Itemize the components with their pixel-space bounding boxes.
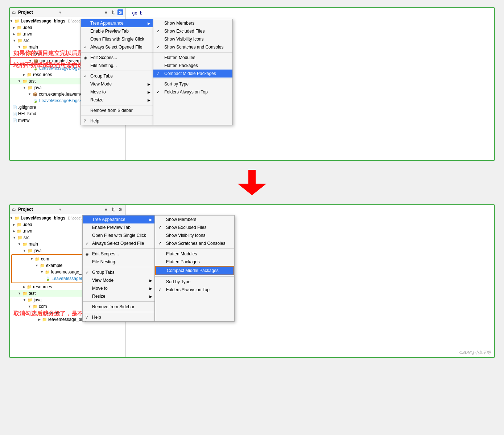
panel1-sub-show-visibility[interactable]: Show Visibility Icons <box>153 35 232 43</box>
panel2-menu-open-single[interactable]: Open Files with Single Click <box>83 231 154 239</box>
panel1-divider2 <box>81 71 153 71</box>
panel1-align-icon[interactable]: ≡ <box>103 9 109 15</box>
panel2-ide-layout: 🗂 Project ▼ ≡ ⇅ ⚙ ▼ 📁 LeaveMessage_blogs… <box>10 205 494 357</box>
svg-marker-1 <box>237 184 267 195</box>
panel2-sub-divider1 <box>155 248 234 249</box>
panel2-menu-always-select[interactable]: ✓ Always Select Opened File <box>83 239 154 247</box>
panel2-sub-flatten-packages[interactable]: Flatten Packages <box>155 258 234 266</box>
panel2-sidebar-header: 🗂 Project ▼ ≡ ⇅ ⚙ <box>10 205 125 214</box>
panel2-root-label: LeaveMessage_blogs <box>21 216 65 221</box>
panel1-menu-move-to[interactable]: Move to ▶ <box>81 88 153 96</box>
panel1-sub-flatten-packages[interactable]: Flatten Packages <box>153 62 232 70</box>
panel2-sub-sort-type[interactable]: Sort by Type <box>155 278 234 286</box>
panel1-sub-flatten-modules[interactable]: Flatten Modules <box>153 54 232 62</box>
panel2-menu-move-to[interactable]: Move to ▶ <box>83 284 154 292</box>
panel1-gear-icon[interactable]: ⚙ <box>117 9 123 15</box>
panel1-wrapper: 🗂 Project ▼ ≡ ⇅ ⚙ ▼ 📁 LeaveMessage_blogs… <box>9 7 495 161</box>
panel2-wrapper: 🗂 Project ▼ ≡ ⇅ ⚙ ▼ 📁 LeaveMessage_blogs… <box>9 204 495 358</box>
panel2-sub-show-members[interactable]: Show Members <box>155 216 234 223</box>
panel1-menu-group-tabs[interactable]: ✓ Group Tabs <box>81 72 153 80</box>
panel1-menu-view-mode[interactable]: View Mode ▶ <box>81 80 153 88</box>
panel1-menu-file-nesting[interactable]: File Nesting... <box>81 62 153 70</box>
panel2-menu-resize[interactable]: Resize ▶ <box>83 292 154 300</box>
panel1-main-menu: Tree Appearance ▶ Enable Preview Tab Ope… <box>80 19 153 125</box>
panel2-divider3 <box>83 301 154 302</box>
panel2-menu-view-mode[interactable]: View Mode ▶ <box>83 276 154 284</box>
panel1-sub-show-excluded[interactable]: ✓ Show Excluded Files <box>153 27 232 35</box>
panel2-sub-divider2 <box>155 276 234 277</box>
panel1-sub-compact-middle[interactable]: ✓ Compact Middle Packages <box>153 70 232 78</box>
panel2-divider2 <box>83 267 154 267</box>
panel1-menu-enable-preview[interactable]: Enable Preview Tab <box>81 27 153 35</box>
panel1-menu-edit-scopes[interactable]: ◉ Edit Scopes... <box>81 54 153 62</box>
panel2-sort-icon[interactable]: ⇅ <box>110 206 116 212</box>
panel2-menu-group-tabs[interactable]: ✓ Group Tabs <box>83 268 154 276</box>
panel1-sub-folders-top[interactable]: ✓ Folders Always on Top <box>153 88 232 96</box>
panel1-submenu: Show Members ✓ Show Excluded Files Show … <box>153 19 233 125</box>
arrow-container <box>237 168 267 197</box>
panel2-project-title: Project <box>18 207 56 212</box>
panel1-ide-layout: 🗂 Project ▼ ≡ ⇅ ⚙ ▼ 📁 LeaveMessage_blogs… <box>10 8 494 160</box>
panel1-menu-resize[interactable]: Resize ▶ <box>81 96 153 104</box>
panel2-sub-compact-middle[interactable]: Compact Middle Packages <box>155 266 234 275</box>
panel1-divider4 <box>81 116 153 116</box>
panel2-sub-show-scratches[interactable]: ✓ Show Scratches and Consoles <box>155 239 234 247</box>
panel2-menu-tree-appearance[interactable]: Tree Appearance ▶ <box>83 216 154 223</box>
panel1-divider1 <box>81 52 153 53</box>
panel1-root-label: LeaveMessage_blogs <box>21 18 65 24</box>
panel2-sub-show-visibility[interactable]: Show Visibility Icons <box>155 231 234 239</box>
panel2-menu-edit-scopes[interactable]: ◉ Edit Scopes... <box>83 250 154 258</box>
panel1-divider3 <box>81 105 153 105</box>
panel1-sub-show-members[interactable]: Show Members <box>153 19 232 27</box>
panel1-sub-sort-type[interactable]: Sort by Type <box>153 80 232 88</box>
watermark: CSDN@小莫不明 <box>459 350 491 355</box>
svg-rect-0 <box>248 170 256 184</box>
panel1-code-1: _ge_b <box>129 10 491 17</box>
down-arrow-svg <box>237 170 267 195</box>
panel2-align-icon[interactable]: ≡ <box>103 206 109 212</box>
panel2-divider1 <box>83 248 154 249</box>
panel2-menu-enable-preview[interactable]: Enable Preview Tab <box>83 223 154 231</box>
panel2-divider4 <box>83 312 154 312</box>
panel1-menu-open-single[interactable]: Open Files with Single Click <box>81 35 153 43</box>
panel2-gear-icon[interactable]: ⚙ <box>117 206 123 212</box>
panel1-menu-always-select[interactable]: ✓ Always Select Opened File <box>81 43 153 51</box>
panel1-sort-icon[interactable]: ⇅ <box>110 9 116 15</box>
panel2-main-menu: Tree Appearance ▶ Enable Preview Tab Ope… <box>82 215 155 322</box>
panel1-menu-help[interactable]: ? Help <box>81 117 153 125</box>
panel2-sub-show-excluded[interactable]: ✓ Show Excluded Files <box>155 223 234 231</box>
panel2-menu-file-nesting[interactable]: File Nesting... <box>83 258 154 266</box>
panel1-context-menu-container: Tree Appearance ▶ Enable Preview Tab Ope… <box>80 19 233 125</box>
panel1-menu-remove-sidebar[interactable]: Remove from Sidebar <box>81 106 153 114</box>
panel1-sub-divider1 <box>153 52 232 53</box>
panel2-context-menu-container: Tree Appearance ▶ Enable Preview Tab Ope… <box>82 215 235 322</box>
panel2-code-1 <box>129 207 491 214</box>
panel1-sidebar-header: 🗂 Project ▼ ≡ ⇅ ⚙ <box>10 8 125 17</box>
panel2-sub-flatten-modules[interactable]: Flatten Modules <box>155 250 234 258</box>
panel1-sub-divider2 <box>153 79 232 79</box>
panel1-menu-tree-appearance[interactable]: Tree Appearance ▶ <box>81 19 153 27</box>
panel2-menu-help[interactable]: ? Help <box>83 313 154 321</box>
panel2-sub-folders-top[interactable]: ✓ Folders Always on Top <box>155 286 234 294</box>
panel2-menu-remove-sidebar[interactable]: Remove from Sidebar <box>83 303 154 311</box>
panel1-project-title: Project <box>18 10 56 15</box>
panel1-sub-show-scratches[interactable]: ✓ Show Scratches and Consoles <box>153 43 232 51</box>
panel2-submenu: Show Members ✓ Show Excluded Files Show … <box>155 215 235 322</box>
